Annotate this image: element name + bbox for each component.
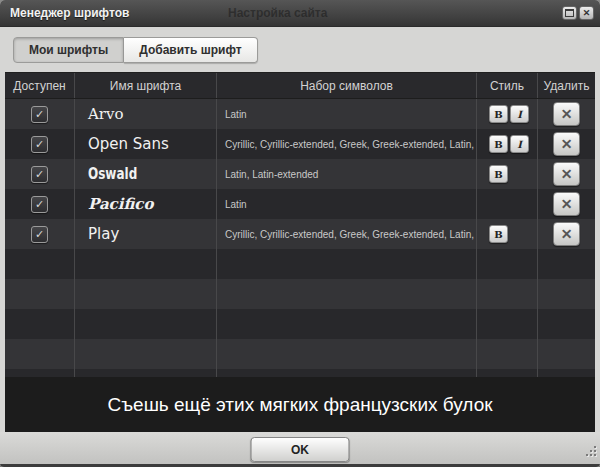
available-cell: ✓ [5,159,75,189]
maximize-icon [565,9,574,17]
resize-grip[interactable] [584,446,596,458]
table-header-row: Доступен Имя шрифта Набор символов Стиль… [5,73,595,99]
delete-cell: ✕ [538,189,595,219]
tab-label: Добавить шрифт [139,43,241,57]
bold-style-button[interactable]: B [489,105,508,123]
empty-table-row [5,309,595,339]
close-button[interactable]: ✕ [579,6,594,20]
charset-cell: Cyrillic, Cyrillic-extended, Greek, Gree… [217,129,477,159]
font-table-body: ✓ Arvo Latin B I ✕ ✓ Open Sans Cyrillic,… [5,99,595,377]
title-bar[interactable]: Менеджер шрифтов Настройка сайта ✕ [0,0,600,27]
available-cell: ✓ [5,99,75,129]
checkmark-icon: ✓ [35,229,44,240]
font-name-cell: Oswald [75,159,217,189]
font-table-row: ✓ Open Sans Cyrillic, Cyrillic-extended,… [5,129,595,159]
font-manager-dialog: Менеджер шрифтов Настройка сайта ✕ Мои ш… [0,0,600,467]
pangram-preview-text: Съешь ещё этих мягких французских булок [107,394,492,416]
font-enabled-checkbox[interactable]: ✓ [31,106,48,123]
bold-style-button[interactable]: B [489,135,508,153]
style-cell: B I [477,129,538,159]
delete-cell: ✕ [538,99,595,129]
available-cell: ✓ [5,219,75,249]
empty-table-row [5,249,595,279]
dialog-title: Менеджер шрифтов [10,6,129,20]
delete-font-button[interactable]: ✕ [553,102,580,126]
italic-style-button[interactable]: I [510,105,529,123]
close-icon: ✕ [583,9,591,18]
font-name-cell: Open Sans [75,129,217,159]
charset-cell: Latin [217,189,477,219]
font-name-cell: Play [75,219,217,249]
delete-cell: ✕ [538,159,595,189]
font-enabled-checkbox[interactable]: ✓ [31,196,48,213]
font-enabled-checkbox[interactable]: ✓ [31,136,48,153]
font-table-row: ✓ Arvo Latin B I ✕ [5,99,595,129]
font-table: Доступен Имя шрифта Набор символов Стиль… [5,72,595,377]
checkmark-icon: ✓ [35,199,44,210]
font-name-cell: Arvo [75,99,217,129]
background-window-title: Настройка сайта [228,6,327,20]
font-name: Oswald [88,165,137,183]
maximize-button[interactable] [562,6,577,20]
style-cell: B [477,219,538,249]
charset-cell: Latin, Latin-extended [217,159,477,189]
style-cell [477,189,538,219]
footer-bar: OK [0,432,600,464]
preview-bar: Съешь ещё этих мягких французских булок [5,377,595,432]
delete-font-button[interactable]: ✕ [553,132,580,156]
font-table-row: ✓ Oswald Latin, Latin-extended B ✕ [5,159,595,189]
delete-font-button[interactable]: ✕ [553,222,580,246]
tab-label: Мои шрифты [29,43,108,57]
header-style: Стиль [477,73,538,98]
style-cell: B I [477,99,538,129]
delete-font-button[interactable]: ✕ [553,192,580,216]
header-charset: Набор символов [217,73,477,98]
delete-font-button[interactable]: ✕ [553,162,580,186]
checkmark-icon: ✓ [35,139,44,150]
x-icon: ✕ [561,197,573,211]
charset-cell: Latin [217,99,477,129]
header-available: Доступен [5,73,75,98]
checkmark-icon: ✓ [35,169,44,180]
tab-add-font[interactable]: Добавить шрифт [124,37,257,63]
checkmark-icon: ✓ [35,109,44,120]
style-cell: B [477,159,538,189]
font-name: Play [88,225,119,243]
empty-table-row [5,339,595,369]
font-table-row: ✓ Play Cyrillic, Cyrillic-extended, Gree… [5,219,595,249]
font-name-cell: Pacifico [75,189,217,219]
tab-my-fonts[interactable]: Мои шрифты [13,37,124,63]
tab-bar: Мои шрифты Добавить шрифт [13,37,258,63]
charset-cell: Cyrillic, Cyrillic-extended, Greek, Gree… [217,219,477,249]
x-icon: ✕ [561,167,573,181]
empty-table-row [5,369,595,377]
bold-style-button[interactable]: B [489,165,508,183]
italic-style-button[interactable]: I [510,135,529,153]
ok-button[interactable]: OK [251,437,350,462]
font-name: Arvo [88,105,124,123]
delete-cell: ✕ [538,219,595,249]
font-charset: Cyrillic, Cyrillic-extended, Greek, Gree… [225,139,477,150]
bold-style-button[interactable]: B [489,225,508,243]
font-charset: Latin, Latin-extended [225,169,318,180]
font-table-row: ✓ Pacifico Latin ✕ [5,189,595,219]
font-charset: Latin [225,199,247,210]
header-delete: Удалить [538,73,595,98]
x-icon: ✕ [561,137,573,151]
header-font-name: Имя шрифта [75,73,217,98]
available-cell: ✓ [5,129,75,159]
x-icon: ✕ [561,107,573,121]
font-name: Open Sans [88,135,169,153]
delete-cell: ✕ [538,129,595,159]
font-charset: Cyrillic, Cyrillic-extended, Greek, Gree… [225,229,477,240]
available-cell: ✓ [5,189,75,219]
empty-table-row [5,279,595,309]
x-icon: ✕ [561,227,573,241]
font-enabled-checkbox[interactable]: ✓ [31,166,48,183]
font-enabled-checkbox[interactable]: ✓ [31,226,48,243]
font-charset: Latin [225,109,247,120]
font-name: Pacifico [88,195,153,213]
